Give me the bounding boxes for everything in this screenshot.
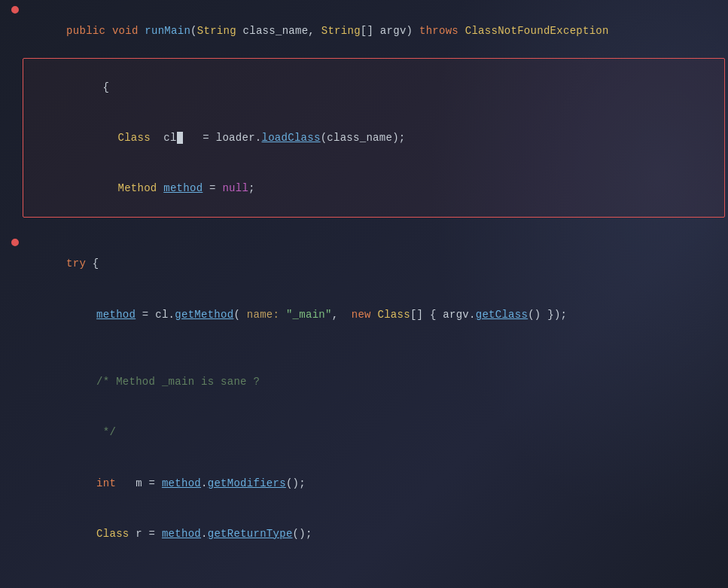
code-line-1: public void runMain(String class_name, S… [0,6,728,56]
code-text-13 [27,559,728,576]
code-line-3: Class cl = loader.loadClass(class_name); [23,112,724,163]
gutter-6 [6,239,24,246]
comma1: , [332,309,352,321]
loader-ref: loader. [216,132,262,144]
var-method2: method [96,309,136,321]
code-line-5 [0,222,728,239]
getmod-close: (); [286,477,306,489]
space3 [157,182,164,194]
method-runmain: runMain [145,25,190,37]
breakpoint-dot-2 [11,239,19,246]
type-string2: String [321,25,361,37]
spaces1: cl [151,132,177,144]
code-line-12: Class r = method.getReturnType(); [0,508,728,559]
code-text-6: try { [27,239,728,289]
method-getmethod: getMethod [175,309,233,321]
code-line-9: /* Method _main is sane ? [0,357,728,407]
code-text-12: Class r = method.getReturnType(); [27,508,728,559]
cursor [177,132,184,144]
comment-start: /* Method _main is sane ? [96,376,260,388]
loadclass-args: (class_name); [321,132,406,144]
code-line-7: method = cl.getMethod( name: "_main", ne… [0,289,728,340]
code-line-4: Method method = null; [23,163,724,214]
brace-try1: { [93,257,99,270]
keyword-throws: throws [419,25,465,37]
eq1: = [203,182,222,194]
keyword-int: int [96,477,116,489]
comment-end: */ [96,426,116,438]
getclass-close: () }); [528,309,567,321]
type-string1: String [197,25,236,37]
code-line-13 [0,559,728,576]
type-method: Method [117,182,157,194]
param-name: name: [247,309,279,321]
code-text-9: /* Method _main is sane ? [27,357,728,407]
semi1: ; [248,182,255,194]
code-line-2: { [23,62,724,112]
keyword-void: void [112,25,145,37]
paren-open: ( [190,25,197,37]
spaces2: = [183,132,215,144]
code-text-10: */ [27,407,728,458]
var-method: method [163,182,203,194]
code-text-4: Method method = null; [50,163,724,214]
var-method4: method [162,528,201,540]
dot2: . [201,528,208,540]
getret-close: (); [293,528,312,540]
param-argv: [] argv) [361,25,419,37]
code-text-2: { [50,62,724,112]
highlight-block-1: { Class cl = loader.loadClass(class_name… [23,58,725,218]
code-line-10: */ [0,407,728,458]
method-getclass: getClass [476,309,528,321]
param-classname: class_name, [236,25,321,37]
code-line-8 [0,340,728,356]
gutter-1 [6,6,24,14]
type-class1: Class [117,132,150,144]
code-text-1: public void runMain(String class_name, S… [27,6,728,56]
type-class2: Class [377,309,410,321]
keyword-public: public [66,25,112,37]
null-value: null [222,182,248,194]
code-text-7: method = cl.getMethod( name: "_main", ne… [27,289,728,340]
brace-open1: { [102,81,109,93]
method-loadclass: loadClass [262,132,321,144]
string-main: "_main" [279,309,331,321]
type-classnotfound: ClassNotFoundException [465,25,609,37]
code-editor: public void runMain(String class_name, S… [0,0,728,588]
code-text-3: Class cl = loader.loadClass(class_name); [50,112,724,163]
method-getreturntype: getReturnType [208,528,293,540]
eq2: = cl. [136,309,175,321]
breakpoint-dot [11,6,19,14]
spaces4: m = [116,477,162,489]
code-text-11: int m = method.getModifiers(); [27,458,728,508]
code-line-6: try { [0,239,728,289]
paren2: ( [233,309,246,321]
code-line-14: if(!(Modifier.isPublic(m) && Modifier.is… [0,576,728,588]
var-method3: method [162,477,201,489]
type-class3: Class [96,528,129,540]
keyword-new1: new [352,309,378,321]
code-text-8 [27,340,728,356]
code-text-14: if(!(Modifier.isPublic(m) && Modifier.is… [27,576,728,588]
code-line-11: int m = method.getModifiers(); [0,458,728,508]
dot1: . [201,477,208,489]
code-text-5 [27,222,728,239]
array-braces1: [] { argv. [410,309,476,321]
spaces5: r = [129,528,162,540]
keyword-try1: try [66,257,93,270]
method-getmodifiers: getModifiers [208,477,286,489]
